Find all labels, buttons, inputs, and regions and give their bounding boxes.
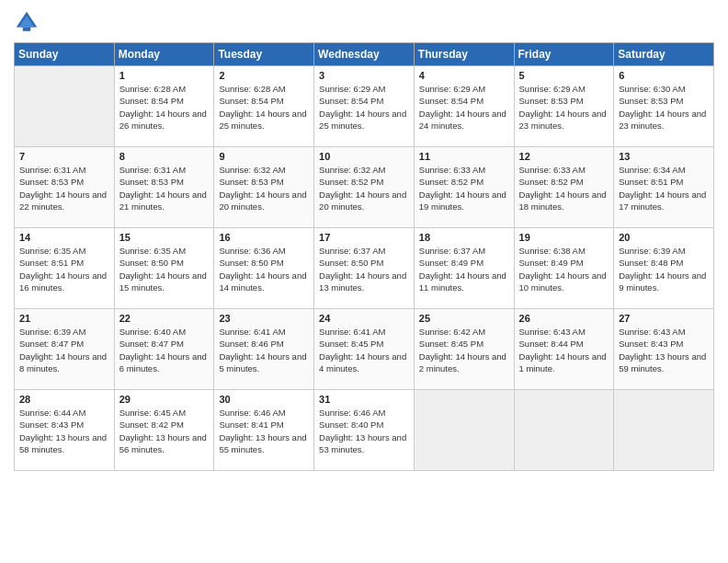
calendar-cell: 28 Sunrise: 6:44 AMSunset: 8:43 PMDaylig… (15, 390, 115, 471)
calendar-cell: 7 Sunrise: 6:31 AMSunset: 8:53 PMDayligh… (15, 147, 115, 228)
cell-info: Sunrise: 6:41 AMSunset: 8:45 PMDaylight:… (319, 326, 409, 374)
cell-info: Sunrise: 6:45 AMSunset: 8:42 PMDaylight:… (119, 407, 210, 455)
cell-info: Sunrise: 6:46 AMSunset: 8:41 PMDaylight:… (219, 407, 309, 455)
header-thursday: Thursday (414, 43, 514, 66)
cell-info: Sunrise: 6:28 AMSunset: 8:54 PMDaylight:… (119, 83, 210, 132)
calendar-cell: 19 Sunrise: 6:38 AMSunset: 8:49 PMDaylig… (514, 228, 614, 309)
calendar-cell: 5 Sunrise: 6:29 AMSunset: 8:53 PMDayligh… (514, 66, 614, 147)
cell-info: Sunrise: 6:38 AMSunset: 8:49 PMDaylight:… (519, 245, 609, 293)
calendar-header-row: SundayMondayTuesdayWednesdayThursdayFrid… (15, 43, 714, 66)
header-wednesday: Wednesday (314, 43, 415, 66)
cell-info: Sunrise: 6:30 AMSunset: 8:53 PMDaylight:… (619, 83, 709, 132)
day-number: 23 (219, 313, 309, 324)
day-number: 1 (119, 70, 210, 81)
cell-info: Sunrise: 6:32 AMSunset: 8:52 PMDaylight:… (319, 164, 409, 213)
day-number: 8 (119, 151, 210, 162)
calendar-week-2: 7 Sunrise: 6:31 AMSunset: 8:53 PMDayligh… (15, 147, 714, 228)
cell-info: Sunrise: 6:39 AMSunset: 8:48 PMDaylight:… (619, 245, 709, 293)
calendar-cell (514, 390, 614, 471)
day-number: 2 (219, 70, 309, 81)
calendar-cell: 17 Sunrise: 6:37 AMSunset: 8:50 PMDaylig… (314, 228, 415, 309)
calendar-cell (414, 390, 514, 471)
day-number: 28 (19, 394, 109, 405)
calendar-cell: 14 Sunrise: 6:35 AMSunset: 8:51 PMDaylig… (15, 228, 115, 309)
header-tuesday: Tuesday (214, 43, 314, 66)
cell-info: Sunrise: 6:29 AMSunset: 8:53 PMDaylight:… (519, 83, 609, 132)
calendar-cell: 23 Sunrise: 6:41 AMSunset: 8:46 PMDaylig… (214, 309, 314, 390)
calendar-cell: 1 Sunrise: 6:28 AMSunset: 8:54 PMDayligh… (114, 66, 214, 147)
day-number: 3 (319, 70, 409, 81)
cell-info: Sunrise: 6:29 AMSunset: 8:54 PMDaylight:… (319, 83, 409, 132)
calendar-cell (614, 390, 714, 471)
day-number: 7 (19, 151, 109, 162)
header-friday: Friday (514, 43, 614, 66)
cell-info: Sunrise: 6:36 AMSunset: 8:50 PMDaylight:… (219, 245, 309, 293)
day-number: 27 (619, 313, 709, 324)
calendar-cell: 8 Sunrise: 6:31 AMSunset: 8:53 PMDayligh… (114, 147, 214, 228)
header-sunday: Sunday (15, 43, 115, 66)
day-number: 14 (19, 232, 109, 243)
day-number: 18 (419, 232, 509, 243)
cell-info: Sunrise: 6:43 AMSunset: 8:43 PMDaylight:… (619, 326, 709, 374)
calendar-week-4: 21 Sunrise: 6:39 AMSunset: 8:47 PMDaylig… (15, 309, 714, 390)
cell-info: Sunrise: 6:39 AMSunset: 8:47 PMDaylight:… (19, 326, 109, 374)
logo-icon (14, 9, 40, 35)
cell-info: Sunrise: 6:37 AMSunset: 8:49 PMDaylight:… (419, 245, 509, 293)
calendar-week-5: 28 Sunrise: 6:44 AMSunset: 8:43 PMDaylig… (15, 390, 714, 471)
cell-info: Sunrise: 6:32 AMSunset: 8:53 PMDaylight:… (219, 164, 309, 213)
day-number: 13 (619, 151, 709, 162)
cell-info: Sunrise: 6:40 AMSunset: 8:47 PMDaylight:… (119, 326, 210, 374)
svg-rect-2 (23, 28, 30, 31)
day-number: 10 (319, 151, 409, 162)
day-number: 6 (619, 70, 709, 81)
cell-info: Sunrise: 6:33 AMSunset: 8:52 PMDaylight:… (519, 164, 609, 213)
calendar-cell: 9 Sunrise: 6:32 AMSunset: 8:53 PMDayligh… (214, 147, 314, 228)
cell-info: Sunrise: 6:31 AMSunset: 8:53 PMDaylight:… (119, 164, 210, 213)
day-number: 20 (619, 232, 709, 243)
cell-info: Sunrise: 6:31 AMSunset: 8:53 PMDaylight:… (19, 164, 109, 213)
calendar-cell: 29 Sunrise: 6:45 AMSunset: 8:42 PMDaylig… (114, 390, 214, 471)
day-number: 30 (219, 394, 309, 405)
day-number: 24 (319, 313, 409, 324)
logo (14, 9, 43, 35)
day-number: 19 (519, 232, 609, 243)
calendar-cell: 16 Sunrise: 6:36 AMSunset: 8:50 PMDaylig… (214, 228, 314, 309)
calendar-cell: 10 Sunrise: 6:32 AMSunset: 8:52 PMDaylig… (314, 147, 415, 228)
day-number: 29 (119, 394, 210, 405)
calendar-cell: 11 Sunrise: 6:33 AMSunset: 8:52 PMDaylig… (414, 147, 514, 228)
day-number: 25 (419, 313, 509, 324)
calendar-cell: 2 Sunrise: 6:28 AMSunset: 8:54 PMDayligh… (214, 66, 314, 147)
day-number: 16 (219, 232, 309, 243)
calendar-cell: 25 Sunrise: 6:42 AMSunset: 8:45 PMDaylig… (414, 309, 514, 390)
cell-info: Sunrise: 6:28 AMSunset: 8:54 PMDaylight:… (219, 83, 309, 132)
cell-info: Sunrise: 6:46 AMSunset: 8:40 PMDaylight:… (319, 407, 409, 455)
calendar-cell: 15 Sunrise: 6:35 AMSunset: 8:50 PMDaylig… (114, 228, 214, 309)
calendar-cell: 27 Sunrise: 6:43 AMSunset: 8:43 PMDaylig… (614, 309, 714, 390)
calendar-cell: 22 Sunrise: 6:40 AMSunset: 8:47 PMDaylig… (114, 309, 214, 390)
day-number: 5 (519, 70, 609, 81)
calendar-cell: 24 Sunrise: 6:41 AMSunset: 8:45 PMDaylig… (314, 309, 415, 390)
calendar-cell (15, 66, 115, 147)
day-number: 21 (19, 313, 109, 324)
day-number: 9 (219, 151, 309, 162)
cell-info: Sunrise: 6:44 AMSunset: 8:43 PMDaylight:… (19, 407, 109, 455)
calendar-cell: 6 Sunrise: 6:30 AMSunset: 8:53 PMDayligh… (614, 66, 714, 147)
cell-info: Sunrise: 6:43 AMSunset: 8:44 PMDaylight:… (519, 326, 609, 374)
calendar-cell: 4 Sunrise: 6:29 AMSunset: 8:54 PMDayligh… (414, 66, 514, 147)
cell-info: Sunrise: 6:34 AMSunset: 8:51 PMDaylight:… (619, 164, 709, 213)
calendar-cell: 13 Sunrise: 6:34 AMSunset: 8:51 PMDaylig… (614, 147, 714, 228)
calendar-cell: 21 Sunrise: 6:39 AMSunset: 8:47 PMDaylig… (15, 309, 115, 390)
cell-info: Sunrise: 6:41 AMSunset: 8:46 PMDaylight:… (219, 326, 309, 374)
day-number: 17 (319, 232, 409, 243)
day-number: 22 (119, 313, 210, 324)
header-saturday: Saturday (614, 43, 714, 66)
cell-info: Sunrise: 6:37 AMSunset: 8:50 PMDaylight:… (319, 245, 409, 293)
day-number: 11 (419, 151, 509, 162)
day-number: 31 (319, 394, 409, 405)
calendar-cell: 31 Sunrise: 6:46 AMSunset: 8:40 PMDaylig… (314, 390, 415, 471)
day-number: 15 (119, 232, 210, 243)
calendar-cell: 30 Sunrise: 6:46 AMSunset: 8:41 PMDaylig… (214, 390, 314, 471)
calendar-cell: 26 Sunrise: 6:43 AMSunset: 8:44 PMDaylig… (514, 309, 614, 390)
calendar-table: SundayMondayTuesdayWednesdayThursdayFrid… (14, 42, 714, 471)
cell-info: Sunrise: 6:33 AMSunset: 8:52 PMDaylight:… (419, 164, 509, 213)
